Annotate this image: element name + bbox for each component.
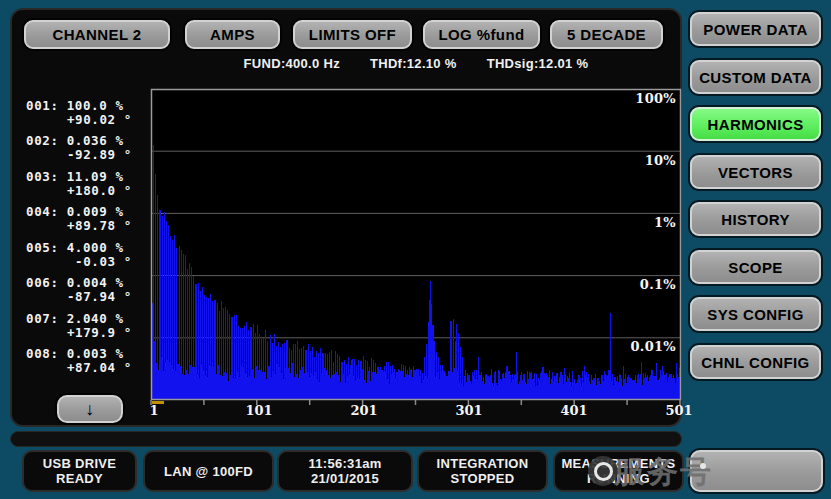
- status-line: READY: [56, 471, 103, 486]
- menu-label: HARMONICS: [707, 116, 803, 133]
- harmonic-list-item: 005: 4.000 %-0.03 °: [26, 241, 132, 268]
- harmonic-phase: -0.03 °: [26, 255, 132, 269]
- menu-button-custom-data[interactable]: CUSTOM DATA: [690, 60, 821, 94]
- y-axis-label-0p1: 0.1%: [640, 277, 676, 292]
- status-line: 21/01/2015: [311, 471, 379, 486]
- harmonic-phase: +90.02 °: [26, 113, 132, 127]
- harmonic-magnitude: 002: 0.036 %: [26, 134, 132, 148]
- harmonic-list-item: 007: 2.040 %+179.9 °: [26, 312, 132, 339]
- scroll-down-button[interactable]: ↓: [57, 395, 123, 423]
- status-integration: INTEGRATIONSTOPPED: [417, 450, 548, 492]
- status-line: USB DRIVE: [43, 456, 117, 471]
- limits-button[interactable]: LIMITS OFF: [293, 20, 412, 49]
- measurement-info-bar: FUND:400.0 Hz THDf:12.10 % THDsig:12.01 …: [151, 56, 681, 72]
- menu-label: HISTORY: [721, 211, 790, 228]
- harmonic-magnitude: 001: 100.0 %: [26, 99, 132, 113]
- message-bar: [10, 431, 682, 447]
- channel-button-label: CHANNEL 2: [52, 26, 141, 43]
- menu-label: POWER DATA: [703, 21, 807, 38]
- menu-label: CHNL CONFIG: [701, 354, 809, 371]
- scale-mode-button[interactable]: LOG %fund: [423, 20, 540, 49]
- menu-button-harmonics[interactable]: HARMONICS: [690, 107, 821, 141]
- x-axis-tick-label: 401: [560, 403, 587, 418]
- harmonic-magnitude: 005: 4.000 %: [26, 241, 132, 255]
- harmonic-phase: +87.04 °: [26, 361, 132, 375]
- y-axis-label-10: 10%: [645, 153, 676, 168]
- arrow-down-icon: ↓: [85, 399, 94, 420]
- x-axis-tick-label: 101: [245, 403, 272, 418]
- channel-button[interactable]: CHANNEL 2: [24, 20, 170, 49]
- harmonic-magnitude: 007: 2.040 %: [26, 312, 132, 326]
- limits-button-label: LIMITS OFF: [309, 26, 396, 43]
- harmonic-list-item: 004: 0.009 %+89.78 °: [26, 205, 132, 232]
- menu-button-scope[interactable]: SCOPE: [690, 250, 821, 284]
- main-display-panel: CHANNEL 2 AMPS LIMITS OFF LOG %fund 5 DE…: [10, 8, 682, 427]
- harmonic-magnitude: 003: 11.09 %: [26, 170, 132, 184]
- y-axis-label-0p01: 0.01%: [630, 339, 676, 354]
- harmonic-list-item: 006: 0.004 %-87.94 °: [26, 276, 132, 303]
- menu-button-power-data[interactable]: POWER DATA: [690, 12, 821, 46]
- harmonic-phase: +179.9 °: [26, 326, 132, 340]
- harmonic-magnitude: 004: 0.009 %: [26, 205, 132, 219]
- thdsig-value: THDsig:12.01 %: [487, 56, 589, 72]
- x-axis-tick-label: 501: [665, 403, 692, 418]
- y-axis-label-100: 100%: [635, 91, 676, 106]
- harmonic-phase: -92.89 °: [26, 148, 132, 162]
- menu-label: SCOPE: [728, 259, 783, 276]
- watermark-text: 服务号: [614, 451, 713, 493]
- harmonic-list-item: 002: 0.036 %-92.89 °: [26, 134, 132, 161]
- x-axis-tick-label: 1: [149, 403, 158, 418]
- x-axis-tick-label: 301: [455, 403, 482, 418]
- menu-label: VECTORS: [718, 164, 793, 181]
- status-line: INTEGRATION: [437, 456, 529, 471]
- menu-button-sys-config[interactable]: SYS CONFIG: [690, 297, 821, 331]
- thdf-value: THDf:12.10 %: [370, 56, 457, 72]
- status-usb: USB DRIVEREADY: [22, 450, 137, 492]
- x-axis-tick-label: 201: [350, 403, 377, 418]
- y-axis-label-1: 1%: [654, 215, 676, 230]
- decade-button[interactable]: 5 DECADE: [550, 20, 663, 49]
- harmonic-spectrum-chart: 100% 10% 1% 0.1% 0.01%: [151, 89, 681, 400]
- status-clock: 11:56:31am21/01/2015: [277, 450, 413, 492]
- units-button[interactable]: AMPS: [185, 20, 280, 49]
- spectrum-bars: [151, 89, 681, 409]
- power-analyzer-screen: { "colors": { "background": "#0d4a63", "…: [0, 0, 831, 499]
- watermark-dot: [700, 463, 706, 469]
- menu-label: CUSTOM DATA: [699, 69, 812, 86]
- scale-mode-button-label: LOG %fund: [438, 26, 524, 43]
- harmonic-magnitude: 006: 0.004 %: [26, 276, 132, 290]
- status-lan: LAN @ 100FD: [143, 450, 274, 492]
- x-axis-labels: 1 101 201 301 401 501: [151, 403, 681, 419]
- decade-button-label: 5 DECADE: [567, 26, 646, 43]
- harmonic-list-item: 008: 0.003 %+87.04 °: [26, 347, 132, 374]
- harmonic-phase: +180.0 °: [26, 184, 132, 198]
- menu-label: SYS CONFIG: [707, 306, 804, 323]
- menu-button-history[interactable]: HISTORY: [690, 202, 821, 236]
- harmonic-phase: +89.78 °: [26, 219, 132, 233]
- status-line: LAN @ 100FD: [164, 464, 253, 479]
- fund-frequency-value: FUND:400.0 Hz: [244, 56, 340, 72]
- harmonic-list-item: 001: 100.0 %+90.02 °: [26, 99, 132, 126]
- menu-button-vectors[interactable]: VECTORS: [690, 155, 821, 189]
- harmonic-magnitude: 008: 0.003 %: [26, 347, 132, 361]
- status-line: 11:56:31am: [308, 456, 381, 471]
- units-button-label: AMPS: [210, 26, 255, 43]
- harmonic-list-item: 003: 11.09 %+180.0 °: [26, 170, 132, 197]
- menu-button-chnl-config[interactable]: CHNL CONFIG: [690, 345, 821, 379]
- harmonic-phase: -87.94 °: [26, 290, 132, 304]
- status-line: STOPPED: [451, 471, 515, 486]
